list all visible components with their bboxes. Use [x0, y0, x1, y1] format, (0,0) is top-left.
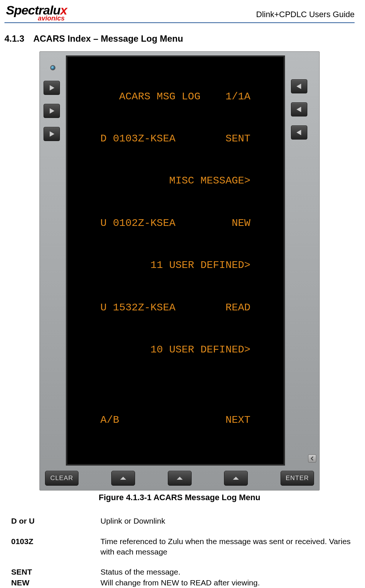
svg-marker-5: [297, 130, 301, 135]
screen-line: U 0102Z-KSEA NEW: [72, 216, 279, 230]
lsk-left-3[interactable]: [44, 127, 60, 141]
cdu-device: ACARS MSG LOG 1/1A D 0103Z-KSEA SENT MIS…: [39, 51, 320, 490]
lsk-right-1[interactable]: [291, 79, 307, 93]
cdu-screen: ACARS MSG LOG 1/1A D 0103Z-KSEA SENT MIS…: [66, 55, 285, 466]
triangle-up-icon: [232, 476, 240, 481]
screen-line: 11 USER DEFINED>: [72, 258, 279, 272]
scroll-down-button[interactable]: [308, 454, 316, 463]
definition-term: D or U: [11, 516, 100, 526]
left-lsk-column: [44, 55, 66, 466]
section-number: 4.1.3: [4, 33, 24, 44]
triangle-up-icon: [119, 476, 127, 481]
definition-desc: Status of the message. Will change from …: [100, 567, 355, 588]
right-lsk-column: [285, 55, 307, 466]
enter-button[interactable]: ENTER: [281, 471, 314, 486]
svg-marker-3: [297, 84, 301, 89]
svg-marker-0: [50, 85, 55, 90]
definition-row: SENT NEW READ Status of the message. Wil…: [11, 567, 355, 588]
triangle-up-icon: [176, 476, 183, 481]
lsk-right-2[interactable]: [291, 102, 307, 116]
definition-desc: Uplink or Downlink: [100, 516, 355, 526]
screen-line: U 1532Z-KSEA READ: [72, 301, 279, 315]
triangle-right-icon: [48, 84, 55, 91]
screen-line: D 0103Z-KSEA SENT: [72, 132, 279, 146]
section-title: ACARS Index – Message Log Menu: [33, 33, 183, 44]
svg-marker-6: [120, 477, 126, 480]
triangle-right-icon: [48, 108, 55, 114]
power-led-icon: [50, 65, 55, 70]
svg-marker-4: [297, 107, 301, 112]
figure-caption: Figure 4.1.3-1 ACARS Message Log Menu: [4, 493, 355, 502]
lsk-right-3[interactable]: [291, 125, 307, 140]
definition-row: 0103Z Time referenced to Zulu when the m…: [11, 536, 355, 557]
clear-button[interactable]: CLEAR: [45, 471, 79, 486]
triangle-left-icon: [296, 129, 302, 136]
lsk-left-1[interactable]: [44, 81, 60, 95]
screen-line: ACARS MSG LOG 1/1A: [72, 90, 279, 104]
triangle-left-icon: [296, 83, 302, 90]
svg-marker-2: [50, 131, 55, 137]
nav-up-button-1[interactable]: [111, 471, 135, 486]
svg-marker-7: [177, 477, 183, 480]
screen-line: 10 USER DEFINED>: [72, 343, 279, 357]
definition-term: SENT NEW READ: [11, 567, 100, 588]
nav-up-button-2[interactable]: [168, 471, 192, 486]
right-scrollbar: [309, 55, 316, 466]
definition-row: D or U Uplink or Downlink: [11, 516, 355, 526]
screen-line: A/B NEXT: [72, 413, 279, 427]
page-header: Spectralux avionics Dlink+CPDLC Users Gu…: [4, 4, 355, 23]
chevron-left-icon: [310, 456, 314, 461]
definitions-list: D or U Uplink or Downlink 0103Z Time ref…: [4, 516, 355, 588]
triangle-right-icon: [48, 131, 55, 137]
triangle-left-icon: [296, 106, 302, 113]
nav-up-button-3[interactable]: [224, 471, 248, 486]
svg-marker-8: [233, 477, 239, 480]
document-title: Dlink+CPDLC Users Guide: [256, 10, 355, 22]
svg-marker-1: [50, 108, 55, 114]
brand-logo: Spectralux avionics: [4, 4, 67, 22]
lsk-left-2[interactable]: [44, 104, 60, 118]
section-heading: 4.1.3 ACARS Index – Message Log Menu: [4, 33, 355, 44]
definition-term: 0103Z: [11, 536, 100, 547]
screen-line: MISC MESSAGE>: [72, 174, 279, 188]
definition-desc: Time referenced to Zulu when the message…: [100, 536, 355, 557]
